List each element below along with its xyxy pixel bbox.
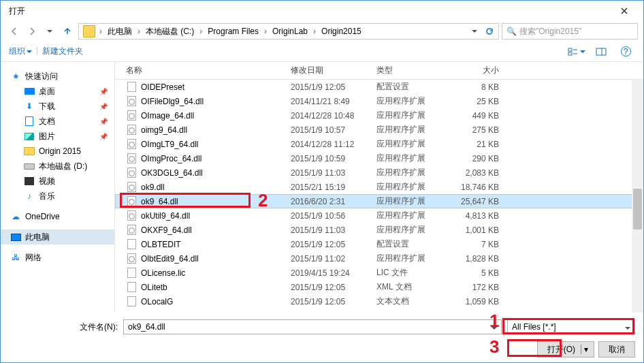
file-icon xyxy=(126,168,137,178)
back-button[interactable] xyxy=(6,23,22,40)
file-row[interactable]: OLitetb2015/1/9 12:05XML 文档172 KB xyxy=(115,280,643,294)
file-size: 172 KB xyxy=(451,283,519,292)
file-date: 2015/2/1 15:19 xyxy=(291,183,376,192)
title-bar: 打开 xyxy=(1,1,643,21)
search-placeholder: 搜索"Origin2015" xyxy=(519,26,581,37)
file-date: 2014/12/28 10:48 xyxy=(291,111,376,121)
file-row[interactable]: okUtil9_64.dll2015/1/9 10:56应用程序扩展4,813 … xyxy=(115,208,643,223)
star-icon: ★ xyxy=(10,71,21,82)
file-size: 21 KB xyxy=(451,140,519,149)
file-size: 2,083 KB xyxy=(451,168,519,178)
sidebar-drive-d[interactable]: 本地磁盘 (D:) xyxy=(1,159,114,174)
col-name[interactable]: 名称 xyxy=(126,65,291,76)
file-type: XML 文档 xyxy=(376,281,451,293)
file-name: ok9.dll xyxy=(141,183,291,192)
file-name: ok9_64.dll xyxy=(141,197,291,206)
file-name: okUtil9_64.dll xyxy=(141,211,291,221)
file-icon xyxy=(126,210,137,221)
forward-button[interactable] xyxy=(24,23,40,40)
pc-icon xyxy=(11,234,21,241)
recent-button[interactable] xyxy=(42,23,58,40)
history-dropdown[interactable] xyxy=(467,24,482,39)
file-row[interactable]: OLBTEDIT2015/1/9 12:05配置设置7 KB xyxy=(115,237,643,251)
sidebar-desktop[interactable]: 桌面📌 xyxy=(1,84,114,99)
col-type[interactable]: 类型 xyxy=(376,65,451,76)
file-row[interactable]: OK3DGL9_64.dll2015/1/9 11:03应用程序扩展2,083 … xyxy=(115,165,643,180)
file-date: 2015/1/9 10:59 xyxy=(291,154,376,163)
file-row[interactable]: OIFileDlg9_64.dll2014/11/21 8:49应用程序扩展25… xyxy=(115,94,643,108)
file-size: 5 KB xyxy=(451,268,519,278)
sidebar-downloads[interactable]: ⬇下载📌 xyxy=(1,99,114,114)
crumb-origin2015[interactable]: Origin2015 xyxy=(317,24,366,39)
scrollbar[interactable] xyxy=(632,80,643,313)
crumb-thispc[interactable]: 此电脑 xyxy=(103,24,136,39)
file-name: OImage_64.dll xyxy=(141,111,291,121)
svg-rect-1 xyxy=(568,52,572,55)
file-icon xyxy=(126,96,137,107)
file-type: LIC 文件 xyxy=(376,267,451,279)
file-type: 应用程序扩展 xyxy=(376,210,451,221)
file-pane: 名称 修改日期 类型 大小 OIDEPreset2015/1/9 12:05配置… xyxy=(115,62,643,313)
sidebar-videos[interactable]: 视频 xyxy=(1,174,114,189)
col-date[interactable]: 修改日期 xyxy=(291,65,376,76)
scrollbar-thumb[interactable] xyxy=(633,189,642,230)
file-row[interactable]: OKXF9_64.dll2015/1/9 11:03应用程序扩展1,001 KB xyxy=(115,223,643,237)
sidebar-quick-access[interactable]: ★快速访问 xyxy=(1,69,114,84)
column-headers[interactable]: 名称 修改日期 类型 大小 xyxy=(115,62,643,80)
file-size: 7 KB xyxy=(451,240,519,249)
annotation-number-1: 1 xyxy=(489,311,499,332)
download-icon: ⬇ xyxy=(24,101,35,112)
open-button[interactable]: 打开(O)▾ xyxy=(537,341,594,358)
sidebar: ★快速访问 桌面📌 ⬇下载📌 文档📌 图片📌 Origin 2015 本地磁盘 … xyxy=(1,62,115,313)
file-type: 应用程序扩展 xyxy=(376,153,451,164)
crumb-program-files[interactable]: Program Files xyxy=(204,24,263,39)
refresh-button[interactable] xyxy=(482,24,497,39)
filename-input[interactable]: ok9_64.dll xyxy=(123,319,502,334)
file-name: OImgLT9_64.dll xyxy=(141,140,291,149)
sidebar-origin[interactable]: Origin 2015 xyxy=(1,144,114,159)
file-row[interactable]: ok9_64.dll2016/6/20 2:31应用程序扩展25,647 KB xyxy=(115,194,643,208)
new-folder-button[interactable]: 新建文件夹 xyxy=(42,46,83,57)
file-date: 2019/4/15 19:24 xyxy=(291,268,376,278)
file-row[interactable]: ok9.dll2015/2/1 15:19应用程序扩展18,746 KB xyxy=(115,180,643,194)
crumb-originlab[interactable]: OriginLab xyxy=(268,24,312,39)
file-type: 应用程序扩展 xyxy=(376,167,451,178)
help-button[interactable]: ? xyxy=(616,44,635,59)
sidebar-pictures[interactable]: 图片📌 xyxy=(1,129,114,144)
file-size: 25,647 KB xyxy=(451,197,519,206)
file-type: 应用程序扩展 xyxy=(376,181,451,193)
crumb-drive-c[interactable]: 本地磁盘 (C:) xyxy=(142,24,198,39)
sidebar-documents[interactable]: 文档📌 xyxy=(1,114,114,129)
file-size: 8 KB xyxy=(451,82,519,92)
file-list[interactable]: OIDEPreset2015/1/9 12:05配置设置8 KBOIFileDl… xyxy=(115,80,643,313)
file-row[interactable]: OLocalG2015/1/9 12:05文本文档1,059 KB xyxy=(115,294,643,309)
desktop-icon xyxy=(25,88,35,95)
cancel-button[interactable]: 取消 xyxy=(598,341,635,358)
file-row[interactable]: OIDEPreset2015/1/9 12:05配置设置8 KB xyxy=(115,80,643,94)
sidebar-onedrive[interactable]: ☁OneDrive xyxy=(1,209,114,224)
breadcrumb-bar[interactable]: › 此电脑› 本地磁盘 (C:)› Program Files› OriginL… xyxy=(78,23,499,40)
filter-dropdown[interactable]: All Files [*.*] xyxy=(507,319,635,334)
sidebar-this-pc[interactable]: 此电脑 xyxy=(1,230,114,244)
file-row[interactable]: OLicense.lic2019/4/15 19:24LIC 文件5 KB xyxy=(115,266,643,280)
up-button[interactable] xyxy=(59,23,76,40)
view-options-button[interactable] xyxy=(567,44,586,59)
file-row[interactable]: oimg9_64.dll2015/1/9 10:57应用程序扩展275 KB xyxy=(115,123,643,137)
filename-label: 文件名(N): xyxy=(9,321,118,333)
file-row[interactable]: OImgProc_64.dll2015/1/9 10:59应用程序扩展290 K… xyxy=(115,151,643,165)
col-size[interactable]: 大小 xyxy=(451,65,519,76)
search-input[interactable]: 🔍 搜索"Origin2015" xyxy=(502,23,638,40)
file-icon xyxy=(126,268,137,279)
file-icon xyxy=(126,253,137,264)
file-date: 2015/1/9 12:05 xyxy=(291,297,376,306)
sidebar-music[interactable]: ♪音乐 xyxy=(1,189,114,204)
sidebar-network[interactable]: 🖧网络 xyxy=(1,250,114,265)
preview-pane-button[interactable] xyxy=(592,44,611,59)
organize-button[interactable]: 组织 xyxy=(9,46,32,57)
pin-icon: 📌 xyxy=(99,88,108,95)
file-row[interactable]: OImage_64.dll2014/12/28 10:48应用程序扩展449 K… xyxy=(115,108,643,123)
close-button[interactable] xyxy=(611,2,638,20)
file-row[interactable]: OlbtEdit9_64.dll2015/1/9 11:02应用程序扩展1,82… xyxy=(115,251,643,266)
file-icon xyxy=(126,110,137,121)
file-row[interactable]: OImgLT9_64.dll2014/12/28 11:12应用程序扩展21 K… xyxy=(115,137,643,151)
